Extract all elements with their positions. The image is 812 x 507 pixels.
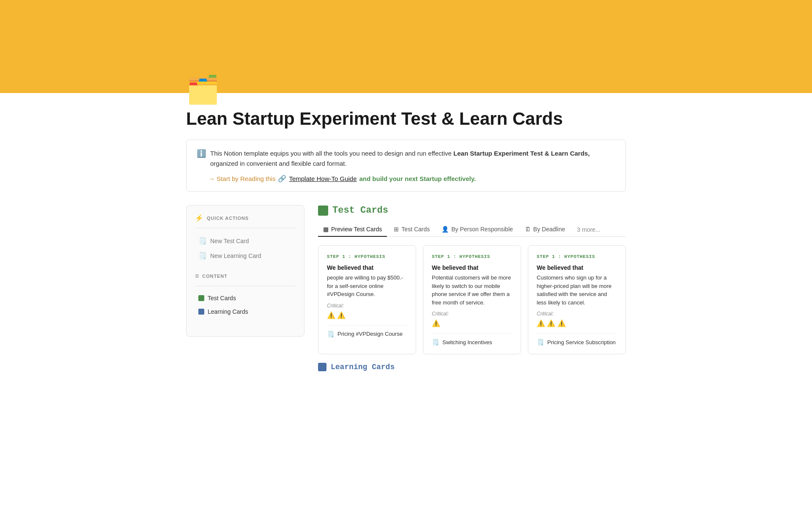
tab-deadline-icon: 🗓 xyxy=(525,226,531,233)
card-2-body: Potential customers will be more likely … xyxy=(432,274,512,307)
card-2-critical: Critical: xyxy=(432,311,512,317)
guide-arrow-text: → Start by Reading this xyxy=(208,175,275,182)
card-3-step-label: STEP 1 : HYPOTHESIS xyxy=(537,254,617,259)
test-card-1: STEP 1 : HYPOTHESIS We believed that peo… xyxy=(318,245,416,354)
tab-more[interactable]: 3 more... xyxy=(572,223,605,236)
sidebar-divider-2 xyxy=(195,286,296,286)
card-3-body: Customers who sign up for a higher-price… xyxy=(537,274,617,307)
quick-actions-icon: ⚡ xyxy=(195,214,203,222)
tab-preview-icon: ▦ xyxy=(323,226,329,233)
tab-preview-test-cards[interactable]: ▦ Preview Test Cards xyxy=(318,222,387,237)
test-cards-color-icon xyxy=(198,295,204,301)
card-1-body: people are willing to pay $500.- for a s… xyxy=(327,274,407,299)
guide-emoji: 🔗 xyxy=(278,175,286,183)
tab-test-cards[interactable]: ⊞ Test Cards xyxy=(389,222,435,237)
card-1-warnings: ⚠️ ⚠️ xyxy=(327,311,407,319)
card-3-hypothesis: We believed that xyxy=(537,264,617,271)
card-2-footer-text: Switching Incentives xyxy=(442,339,492,345)
info-box: ℹ️ This Notion template equips you with … xyxy=(186,140,626,192)
section-green-icon xyxy=(318,206,328,216)
new-learning-card-label: New Learning Card xyxy=(210,252,261,259)
tab-test-icon: ⊞ xyxy=(394,226,399,233)
card-1-footer: 🗒️ Pricing #VPDesign Course xyxy=(327,325,407,337)
bottom-section-title: Learning Cards xyxy=(331,363,395,371)
main-layout: ⚡ QUICK ACTIONS 🗒️ New Test Card 🗒️ New … xyxy=(186,205,626,371)
section-header: Test Cards xyxy=(318,205,626,216)
content-label: CONTENT xyxy=(202,274,227,279)
new-test-card-button[interactable]: 🗒️ New Test Card xyxy=(195,234,296,247)
card-2-footer: 🗒️ Switching Incentives xyxy=(432,333,512,345)
tab-deadline-label: By Deadline xyxy=(533,226,565,233)
card-2-step-label: STEP 1 : HYPOTHESIS xyxy=(432,254,512,259)
new-learning-card-button[interactable]: 🗒️ New Learning Card xyxy=(195,249,296,262)
tab-test-label: Test Cards xyxy=(401,226,430,233)
tab-person-icon: 👤 xyxy=(442,226,449,233)
card-1-footer-icon: 🗒️ xyxy=(327,331,334,337)
sidebar: ⚡ QUICK ACTIONS 🗒️ New Test Card 🗒️ New … xyxy=(186,205,304,337)
learning-cards-color-icon xyxy=(198,309,204,315)
main-content: Test Cards ▦ Preview Test Cards ⊞ Test C… xyxy=(318,205,626,371)
bottom-section-blue-icon xyxy=(318,363,326,371)
info-icon: ℹ️ xyxy=(197,149,206,158)
card-2-hypothesis: We believed that xyxy=(432,264,512,271)
sidebar-learning-cards-label: Learning Cards xyxy=(208,308,248,315)
sidebar-divider-1 xyxy=(195,228,296,228)
tab-person-label: By Person Responsible xyxy=(451,226,513,233)
page-icon: 🗂️ xyxy=(186,76,626,103)
guide-link[interactable]: Template How-To Guide xyxy=(289,175,357,182)
card-3-footer-icon: 🗒️ xyxy=(537,339,544,345)
new-test-card-label: New Test Card xyxy=(210,238,249,244)
card-1-step-label: STEP 1 : HYPOTHESIS xyxy=(327,254,407,259)
card-3-warnings: ⚠️ ⚠️ ⚠️ xyxy=(537,319,617,327)
guide-suffix: and build your next Startup effectively. xyxy=(359,175,476,182)
quick-actions-label: QUICK ACTIONS xyxy=(207,216,249,221)
quick-actions-section: ⚡ QUICK ACTIONS 🗒️ New Test Card 🗒️ New … xyxy=(195,214,296,262)
page-title: Lean Startup Experiment Test & Learn Car… xyxy=(186,108,626,129)
test-card-2: STEP 1 : HYPOTHESIS We believed that Pot… xyxy=(423,245,521,354)
cards-grid: STEP 1 : HYPOTHESIS We believed that peo… xyxy=(318,245,626,354)
card-1-critical: Critical: xyxy=(327,303,407,309)
info-description: This Notion template equips you with all… xyxy=(210,148,615,169)
tab-by-person[interactable]: 👤 By Person Responsible xyxy=(436,222,518,237)
tab-more-label: 3 more... xyxy=(577,226,600,233)
card-3-footer: 🗒️ Pricing Service Subscription xyxy=(537,333,617,345)
card-3-footer-text: Pricing Service Subscription xyxy=(547,339,616,345)
card-3-critical: Critical: xyxy=(537,311,617,317)
card-1-footer-text: Pricing #VPDesign Course xyxy=(337,331,403,337)
sidebar-item-test-cards[interactable]: Test Cards xyxy=(195,292,296,304)
sidebar-test-cards-label: Test Cards xyxy=(208,295,236,301)
tabs-row: ▦ Preview Test Cards ⊞ Test Cards 👤 By P… xyxy=(318,222,626,237)
tab-preview-label: Preview Test Cards xyxy=(331,226,382,233)
card-1-hypothesis: We believed that xyxy=(327,264,407,271)
card-2-footer-icon: 🗒️ xyxy=(432,339,439,345)
content-icon: ≡ xyxy=(195,272,199,280)
card-2-warnings: ⚠️ xyxy=(432,319,512,327)
new-test-card-icon: 🗒️ xyxy=(198,237,207,245)
sidebar-item-learning-cards[interactable]: Learning Cards xyxy=(195,306,296,318)
test-card-3: STEP 1 : HYPOTHESIS We believed that Cus… xyxy=(528,245,626,354)
bottom-section-hint: Learning Cards xyxy=(318,363,626,371)
new-learning-card-icon: 🗒️ xyxy=(198,252,207,260)
content-section: ≡ CONTENT Test Cards Learning Cards xyxy=(195,272,296,318)
tab-by-deadline[interactable]: 🗓 By Deadline xyxy=(520,222,571,237)
section-title: Test Cards xyxy=(332,205,388,216)
